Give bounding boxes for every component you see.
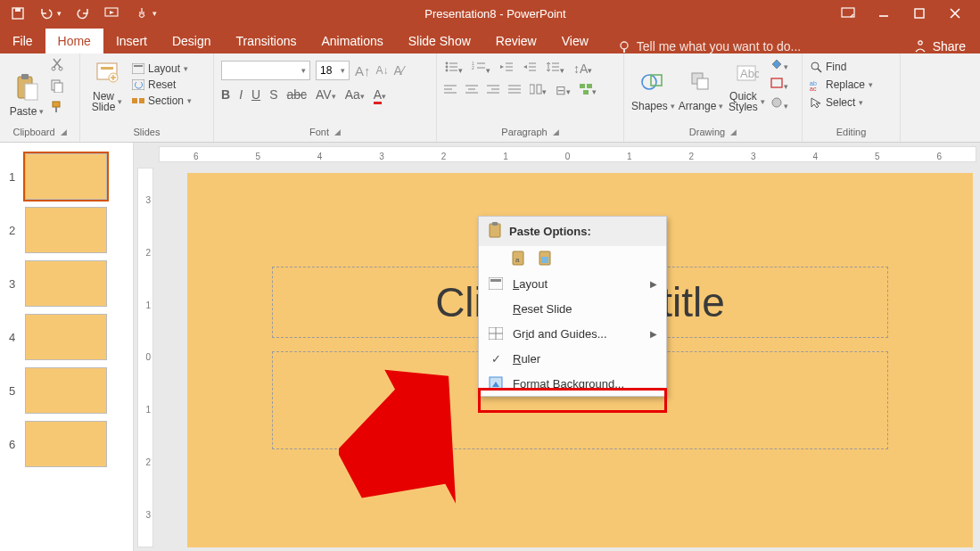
section-button[interactable]: Section▾ (132, 95, 192, 107)
bold-button[interactable]: B (221, 87, 230, 102)
group-drawing: Shapes▾ Arrange▾ Abc Quick Styles▾ ▾ ▾ ▾… (624, 53, 803, 142)
clear-formatting-button[interactable]: A∕ (394, 63, 405, 78)
svg-rect-25 (132, 63, 144, 74)
thumbnail-4[interactable]: 4 (0, 310, 133, 364)
svg-rect-65 (583, 90, 589, 95)
shape-fill-button[interactable]: ▾ (770, 57, 788, 73)
strike-button[interactable]: abc (286, 87, 307, 102)
quick-styles-button[interactable]: Abc Quick Styles▾ (727, 57, 766, 112)
font-size-select[interactable]: 18▾ (316, 61, 350, 80)
group-paragraph: ▾ 12▾ ▾ ↕A▾ ▾ ⊟▾ ▾ Paragraph◢ (437, 53, 624, 142)
paste-option-keep-formatting[interactable]: a (479, 246, 666, 271)
minimize-button[interactable] (875, 4, 893, 22)
tab-design[interactable]: Design (160, 29, 224, 53)
shadow-button[interactable]: S (269, 87, 277, 102)
tab-home[interactable]: Home (45, 29, 103, 53)
tab-slideshow[interactable]: Slide Show (396, 29, 483, 53)
svg-point-73 (772, 98, 781, 107)
maximize-button[interactable] (910, 4, 928, 22)
svg-rect-18 (53, 102, 60, 107)
shape-outline-button[interactable]: ▾ (770, 77, 788, 93)
shapes-button[interactable]: Shapes▾ (631, 57, 675, 112)
replace-button[interactable]: abacReplace▾ (810, 78, 893, 91)
clipboard-dialog-launcher[interactable]: ◢ (61, 127, 67, 136)
paste-button[interactable]: Paste▾ (7, 57, 46, 118)
shape-effects-button[interactable]: ▾ (770, 96, 788, 112)
font-color-button[interactable]: A▾ (374, 87, 386, 102)
present-from-start-button[interactable] (104, 6, 120, 21)
increase-indent-button[interactable] (523, 61, 537, 76)
window-title: Presentation8 - PowerPoint (168, 7, 823, 21)
change-case-button[interactable]: Aa▾ (345, 87, 365, 102)
close-button[interactable] (946, 4, 964, 22)
undo-button[interactable]: ▾ (39, 6, 62, 21)
underline-button[interactable]: U (251, 87, 260, 102)
reset-button[interactable]: Reset (132, 78, 192, 91)
format-painter-button[interactable] (50, 100, 64, 118)
paragraph-dialog-launcher[interactable]: ◢ (553, 127, 559, 136)
cut-button[interactable] (50, 57, 64, 75)
select-button[interactable]: Select▾ (810, 96, 893, 109)
thumbnail-2[interactable]: 2 (0, 203, 133, 257)
ribbon-display-options[interactable] (839, 4, 857, 22)
align-center-button[interactable] (465, 83, 478, 97)
svg-point-8 (621, 42, 628, 49)
share-button[interactable]: Share (899, 39, 980, 53)
align-left-button[interactable] (444, 83, 457, 97)
paste-option-picture[interactable] (538, 251, 554, 267)
font-family-select[interactable]: ▾ (221, 61, 310, 80)
tab-review[interactable]: Review (483, 29, 549, 53)
redo-button[interactable] (76, 6, 90, 21)
align-right-button[interactable] (487, 83, 499, 97)
increase-font-button[interactable]: A↑ (355, 63, 371, 78)
ctx-ruler[interactable]: ✓ Ruler (479, 346, 666, 371)
thumbnail-6[interactable]: 6 (0, 417, 133, 471)
chevron-right-icon: ▶ (650, 279, 657, 289)
svg-rect-62 (537, 85, 541, 94)
font-dialog-launcher[interactable]: ◢ (334, 127, 341, 136)
tab-transitions[interactable]: Transitions (224, 29, 309, 53)
tab-insert[interactable]: Insert (103, 29, 160, 53)
ctx-format-background[interactable]: Format Background... (479, 371, 666, 396)
svg-point-10 (918, 41, 921, 45)
decrease-indent-button[interactable] (499, 61, 514, 76)
tab-view[interactable]: View (549, 29, 601, 53)
align-text-button[interactable]: ⊟▾ (556, 83, 571, 97)
svg-rect-13 (25, 84, 37, 100)
ctx-grid-guides[interactable]: Grid and Guides... ▶ (479, 321, 666, 346)
line-spacing-button[interactable]: ▾ (546, 61, 564, 76)
svg-rect-83 (541, 257, 548, 263)
layout-button[interactable]: Layout▾ (132, 62, 192, 75)
tab-file[interactable]: File (0, 29, 45, 53)
svg-point-34 (446, 70, 449, 72)
svg-text:2: 2 (472, 65, 474, 70)
slide-thumbnail-panel[interactable]: 1 2 3 4 5 6 (0, 143, 134, 551)
justify-button[interactable] (508, 83, 521, 97)
drawing-dialog-launcher[interactable]: ◢ (730, 127, 737, 136)
ctx-reset-slide[interactable]: Reset Slide (479, 296, 666, 321)
thumbnail-5[interactable]: 5 (0, 364, 133, 417)
arrange-button[interactable]: Arrange▾ (679, 57, 724, 112)
svg-text:Abc: Abc (740, 67, 759, 80)
tab-animations[interactable]: Animations (309, 29, 395, 53)
touch-mode-button[interactable]: ▾ (135, 6, 157, 21)
svg-rect-69 (697, 78, 708, 89)
save-button[interactable] (11, 6, 25, 21)
thumbnail-3[interactable]: 3 (0, 257, 133, 310)
thumbnail-1[interactable]: 1 (0, 150, 133, 203)
char-spacing-button[interactable]: AV▾ (316, 87, 336, 102)
ctx-layout[interactable]: Layout ▶ (479, 271, 666, 296)
svg-point-74 (811, 62, 819, 70)
text-direction-button[interactable]: ↕A▾ (573, 62, 592, 76)
decrease-font-button[interactable]: A↓ (376, 64, 389, 77)
bullets-button[interactable]: ▾ (444, 61, 463, 76)
columns-button[interactable]: ▾ (530, 83, 547, 97)
find-button[interactable]: Find (810, 61, 893, 73)
new-slide-button[interactable]: New Slide▾ (87, 57, 127, 112)
italic-button[interactable]: I (239, 87, 243, 102)
svg-rect-19 (55, 107, 57, 112)
smartart-button[interactable]: ▾ (580, 83, 597, 97)
numbering-button[interactable]: 12▾ (472, 61, 490, 76)
copy-button[interactable] (50, 78, 64, 96)
tell-me-input[interactable]: Tell me what you want to do... (601, 39, 899, 53)
